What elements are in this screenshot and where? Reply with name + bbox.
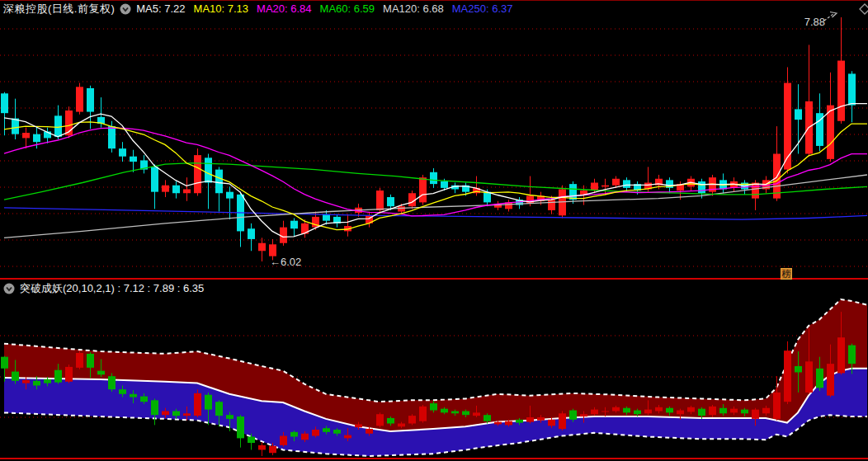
arrowhead-icon <box>830 12 837 18</box>
main-chart-header: 深粮控股(日线.前复权) MA5: 7.22MA10: 7.13MA20: 6.… <box>0 0 521 17</box>
ma-legend-item: MA120: 6.68 <box>383 2 444 15</box>
main-candlestick-chart[interactable] <box>0 0 868 280</box>
window-bottom-border <box>0 458 868 459</box>
ma-legend: MA5: 7.22MA10: 7.13MA20: 6.84MA60: 6.59M… <box>136 2 521 15</box>
low-price-label: ←6.02 <box>270 256 301 268</box>
chart-window: 深粮控股(日线.前复权) MA5: 7.22MA10: 7.13MA20: 6.… <box>0 0 868 461</box>
ma-legend-item: MA20: 6.84 <box>257 2 312 15</box>
ma-legend-item: MA60: 6.59 <box>320 2 375 15</box>
rank-badge[interactable]: 榜 <box>781 268 792 280</box>
ma-legend-item: MA5: 7.22 <box>136 2 185 15</box>
high-price-label: 7.88 <box>794 16 825 28</box>
indicator-title: 突破成妖(20,10,2,1) : 7.12 : 7.89 : 6.35 <box>20 281 204 296</box>
corner-marker-icon <box>860 4 868 14</box>
stock-title: 深粮控股(日线.前复权) <box>3 2 115 16</box>
collapse-chevron-icon[interactable] <box>3 283 15 294</box>
indicator-chart[interactable] <box>0 280 868 461</box>
collapse-chevron-icon[interactable] <box>120 3 131 15</box>
ma-legend-item: MA250: 6.37 <box>452 2 513 15</box>
ma-legend-item: MA10: 7.13 <box>194 2 249 15</box>
indicator-header: 突破成妖(20,10,2,1) : 7.12 : 7.89 : 6.35 <box>0 280 204 297</box>
